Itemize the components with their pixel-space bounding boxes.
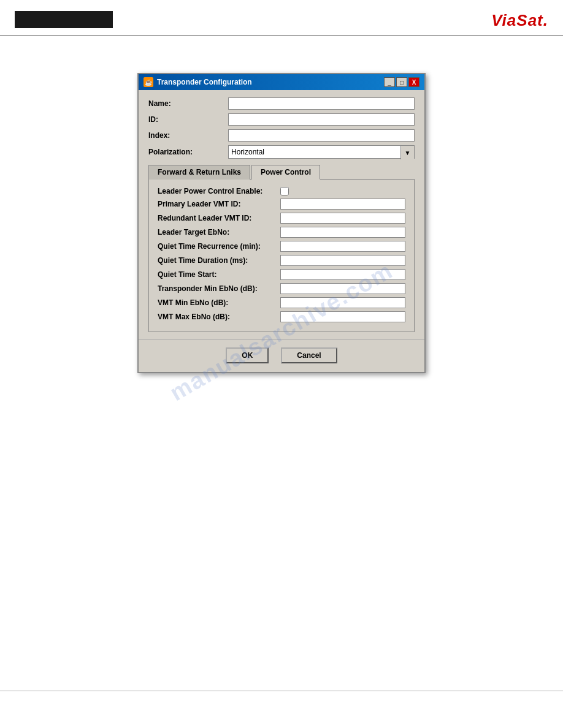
- name-row: Name:: [148, 97, 415, 110]
- quiet-time-recurrence-input[interactable]: [280, 241, 405, 252]
- id-row: ID:: [148, 113, 415, 126]
- transponder-min-ebno-input[interactable]: [280, 283, 405, 294]
- dialog-body: Name: ID: Index: Polarization: Horizonta…: [139, 90, 424, 339]
- dialog-titlebar: ☕ Transponder Configuration _ □ X: [139, 74, 424, 90]
- quiet-time-start-input[interactable]: [280, 269, 405, 280]
- restore-button[interactable]: □: [396, 77, 407, 87]
- quiet-time-start-label: Quiet Time Start:: [158, 270, 280, 279]
- name-input[interactable]: [228, 97, 415, 110]
- dialog-title: Transponder Configuration: [157, 78, 252, 86]
- polarization-row: Polarization: Horizontal ▼: [148, 145, 415, 159]
- transponder-min-ebno-row: Transponder Min EbNo (dB):: [158, 283, 405, 294]
- titlebar-left: ☕ Transponder Configuration: [144, 77, 252, 87]
- power-control-panel: Leader Power Control Enable: Primary Lea…: [148, 179, 415, 332]
- index-input[interactable]: [228, 129, 415, 142]
- dialog-window-controls: _ □ X: [384, 77, 419, 87]
- redundant-leader-vmt-label: Redundant Leader VMT ID:: [158, 214, 280, 222]
- polarization-dropdown-arrow[interactable]: ▼: [400, 146, 414, 159]
- leader-power-enable-checkbox[interactable]: [280, 187, 289, 195]
- cancel-button[interactable]: Cancel: [281, 347, 337, 363]
- ok-button[interactable]: OK: [226, 347, 269, 363]
- minimize-button[interactable]: _: [384, 77, 395, 87]
- quiet-time-duration-row: Quiet Time Duration (ms):: [158, 255, 405, 266]
- vmt-min-ebno-label: VMT Min EbNo (dB):: [158, 298, 280, 307]
- transponder-min-ebno-label: Transponder Min EbNo (dB):: [158, 284, 280, 293]
- logo-dot: .: [543, 11, 548, 29]
- viasat-logo: ViaSat.: [491, 11, 548, 30]
- dialog-app-icon: ☕: [144, 77, 153, 87]
- quiet-time-duration-input[interactable]: [280, 255, 405, 266]
- leader-power-enable-label: Leader Power Control Enable:: [158, 187, 280, 195]
- quiet-time-duration-label: Quiet Time Duration (ms):: [158, 256, 280, 265]
- leader-power-enable-row: Leader Power Control Enable:: [158, 187, 405, 195]
- tab-power-control[interactable]: Power Control: [251, 165, 320, 180]
- polarization-label: Polarization:: [148, 148, 228, 156]
- quiet-time-recurrence-label: Quiet Time Recurrence (min):: [158, 242, 280, 251]
- vmt-max-ebno-label: VMT Max EbNo (dB):: [158, 313, 280, 321]
- vmt-max-ebno-row: VMT Max EbNo (dB):: [158, 311, 405, 322]
- leader-target-ebno-row: Leader Target EbNo:: [158, 227, 405, 238]
- redundant-leader-vmt-input[interactable]: [280, 213, 405, 224]
- vmt-min-ebno-row: VMT Min EbNo (dB):: [158, 297, 405, 308]
- primary-leader-vmt-row: Primary Leader VMT ID:: [158, 199, 405, 210]
- transponder-config-dialog: ☕ Transponder Configuration _ □ X Name: …: [137, 73, 426, 373]
- redundant-leader-vmt-row: Redundant Leader VMT ID:: [158, 213, 405, 224]
- logo-via: Via: [491, 11, 516, 29]
- logo-sat: Sat: [516, 11, 543, 29]
- leader-target-ebno-label: Leader Target EbNo:: [158, 228, 280, 237]
- dialog-footer: OK Cancel: [139, 339, 424, 372]
- vmt-max-ebno-input[interactable]: [280, 311, 405, 322]
- id-label: ID:: [148, 115, 228, 124]
- tab-forward-return[interactable]: Forward & Return Lniks: [148, 165, 250, 180]
- id-input[interactable]: [228, 113, 415, 126]
- name-label: Name:: [148, 99, 228, 108]
- quiet-time-start-row: Quiet Time Start:: [158, 269, 405, 280]
- leader-target-ebno-input[interactable]: [280, 227, 405, 238]
- index-row: Index:: [148, 129, 415, 142]
- vmt-min-ebno-input[interactable]: [280, 297, 405, 308]
- footer-line: [0, 691, 563, 691]
- primary-leader-vmt-input[interactable]: [280, 199, 405, 210]
- index-label: Index:: [148, 131, 228, 140]
- close-button[interactable]: X: [408, 77, 419, 87]
- page-header: ViaSat.: [0, 0, 563, 36]
- header-black-bar: [15, 11, 113, 28]
- primary-leader-vmt-label: Primary Leader VMT ID:: [158, 200, 280, 208]
- tabs-row: Forward & Return Lniks Power Control: [148, 165, 415, 180]
- quiet-time-recurrence-row: Quiet Time Recurrence (min):: [158, 241, 405, 252]
- main-content: ☕ Transponder Configuration _ □ X Name: …: [0, 36, 563, 373]
- polarization-value: Horizontal: [229, 146, 400, 158]
- polarization-select[interactable]: Horizontal ▼: [228, 145, 415, 159]
